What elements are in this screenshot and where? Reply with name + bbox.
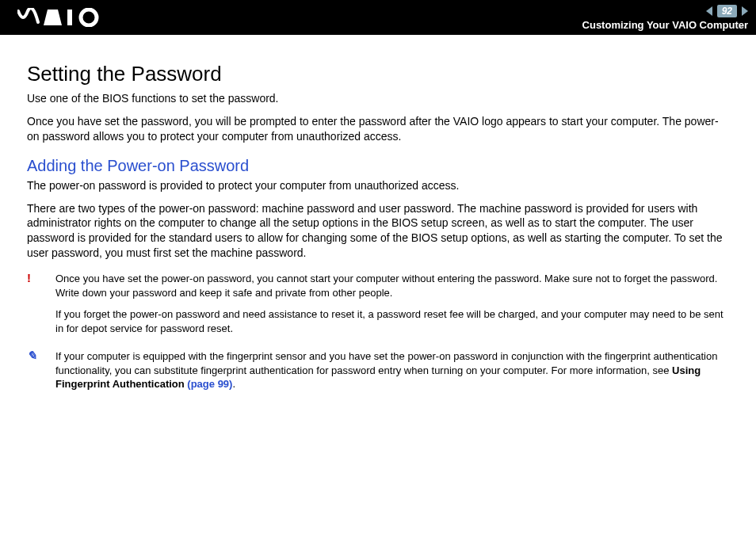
section-heading: Adding the Power-on Password <box>27 157 729 175</box>
prev-page-icon[interactable] <box>706 6 712 16</box>
intro-paragraph-2: Once you have set the password, you will… <box>27 114 729 144</box>
tip-note: ✎ If your computer is equipped with the … <box>27 349 729 391</box>
tip-link[interactable]: (page 99) <box>185 378 233 390</box>
next-page-icon[interactable] <box>742 6 748 16</box>
page-content: Setting the Password Use one of the BIOS… <box>0 35 756 407</box>
svg-point-1 <box>81 10 97 25</box>
page-navigator: 92 <box>706 5 748 17</box>
warning-text-2: If you forget the power-on password and … <box>27 307 729 335</box>
tip-text-pre: If your computer is equipped with the fi… <box>55 350 717 376</box>
header-right: 92 Customizing Your VAIO Computer <box>582 5 748 31</box>
page-title: Setting the Password <box>27 62 729 86</box>
intro-paragraph-1: Use one of the BIOS functions to set the… <box>27 91 729 106</box>
breadcrumb: Customizing Your VAIO Computer <box>582 19 748 31</box>
section-paragraph-1: The power-on password is provided to pro… <box>27 178 729 193</box>
warning-note: ! Once you have set the power-on passwor… <box>27 272 729 299</box>
tip-text: If your computer is equipped with the fi… <box>55 350 717 390</box>
svg-rect-0 <box>67 10 72 25</box>
warning-text-1: Once you have set the power-on password,… <box>55 273 717 299</box>
pen-icon: ✎ <box>27 348 37 364</box>
page-number-badge: 92 <box>717 5 737 17</box>
vaio-logo <box>17 8 105 27</box>
header-bar: 92 Customizing Your VAIO Computer <box>0 0 756 35</box>
tip-text-post: . <box>232 378 235 390</box>
section-paragraph-2: There are two types of the power-on pass… <box>27 201 729 261</box>
alert-icon: ! <box>27 270 31 286</box>
